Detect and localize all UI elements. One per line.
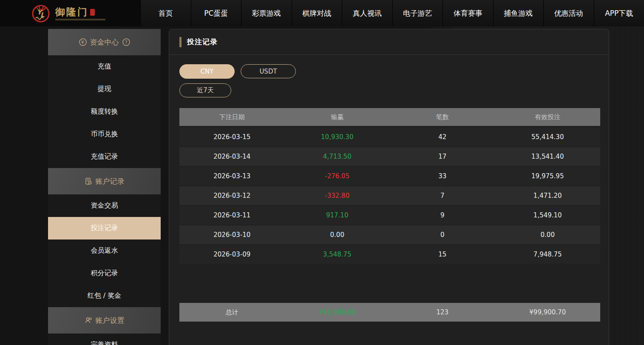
sidebar-header-label: 账户设置 bbox=[96, 316, 125, 325]
main-navigation: 首页 PC蛋蛋 彩票游戏 棋牌对战 真人视讯 电子游艺 体育赛事 捕鱼游戏 优惠… bbox=[140, 0, 644, 26]
winloss-value: -276.05 bbox=[285, 167, 390, 185]
nav-item-board-games[interactable]: 棋牌对战 bbox=[292, 0, 342, 26]
totals-bet-count: 123 bbox=[390, 303, 495, 322]
account-sidebar: ¥ 资金中心 ? 充值 提现 额度转换 币币兑换 充值记录 ¥ 账户记录 资金交… bbox=[48, 29, 161, 345]
logo-red-seal bbox=[90, 9, 95, 16]
valid-bets: 19,975.95 bbox=[495, 167, 601, 185]
sidebar-item-betting-records[interactable]: 投注记录 bbox=[48, 217, 161, 240]
table-body: 2026-03-15 10,930.30 42 55,414.30 2026-0… bbox=[179, 128, 600, 264]
winloss-value: 0.00 bbox=[285, 225, 390, 244]
valid-bets: 1,549.10 bbox=[495, 206, 601, 225]
winloss-value: -332.80 bbox=[285, 186, 390, 205]
winloss-value: 10,930.30 bbox=[285, 128, 390, 146]
valid-bets: 0.00 bbox=[495, 225, 601, 244]
currency-tabs: CNY USDT bbox=[179, 64, 599, 79]
betting-records-panel: 投注记录 CNY USDT 近7天 下注日期 输赢 笔数 有效投注 2026-0… bbox=[169, 29, 609, 345]
valid-bets: 1,471.20 bbox=[495, 186, 601, 205]
valid-bets: 55,414.30 bbox=[495, 128, 601, 146]
bet-count: 7 bbox=[390, 186, 495, 205]
ledger-icon: ¥ bbox=[85, 177, 92, 185]
help-icon[interactable]: ? bbox=[122, 38, 130, 46]
table-row: 2026-03-11 917.10 9 1,549.10 bbox=[179, 206, 600, 225]
sidebar-item-redpacket-bonus[interactable]: 红包 / 奖金 bbox=[48, 285, 161, 307]
bet-date: 2026-03-15 bbox=[179, 128, 285, 146]
nav-item-electronic-games[interactable]: 电子游艺 bbox=[392, 0, 443, 26]
sidebar-header-account-settings[interactable]: 账户设置 bbox=[48, 307, 161, 334]
totals-winloss-value: ¥19,500.80 bbox=[285, 303, 390, 322]
column-header-bet-date: 下注日期 bbox=[179, 108, 285, 126]
svg-text:¥: ¥ bbox=[81, 40, 84, 45]
bet-count: 9 bbox=[390, 206, 495, 225]
sidebar-header-label: 账户记录 bbox=[96, 177, 125, 186]
winloss-value: 917.10 bbox=[285, 206, 390, 225]
table-totals-row: 总计 ¥19,500.80 123 ¥99,900.70 bbox=[179, 303, 600, 322]
nav-item-pc-egg[interactable]: PC蛋蛋 bbox=[191, 0, 241, 26]
bet-count: 15 bbox=[390, 245, 495, 264]
table-row: 2026-03-13 -276.05 33 19,975.95 bbox=[179, 167, 600, 185]
table-row: 2026-03-15 10,930.30 42 55,414.30 bbox=[179, 128, 600, 146]
yen-circle-icon: ¥ bbox=[79, 38, 87, 46]
column-header-valid-bets: 有效投注 bbox=[495, 108, 601, 126]
bet-count: 33 bbox=[390, 167, 495, 185]
top-navbar: Y L 御隆门 首页 PC蛋蛋 彩票游戏 棋牌对战 真人视讯 电子游艺 体育赛事… bbox=[0, 0, 644, 26]
sidebar-item-deposit[interactable]: 充值 bbox=[48, 55, 161, 78]
bet-date: 2026-03-14 bbox=[179, 147, 285, 166]
sidebar-item-points-records[interactable]: 积分记录 bbox=[48, 262, 161, 285]
logo-dragon-emblem-icon: Y L bbox=[31, 3, 51, 23]
table-header-row: 下注日期 输赢 笔数 有效投注 bbox=[179, 108, 600, 126]
title-accent-bar bbox=[179, 37, 182, 47]
person-gear-icon bbox=[85, 316, 92, 324]
bet-count: 0 bbox=[390, 225, 495, 244]
bet-date: 2026-03-10 bbox=[179, 225, 285, 244]
sidebar-item-withdraw[interactable]: 提现 bbox=[48, 78, 161, 100]
bet-count: 17 bbox=[390, 147, 495, 166]
nav-item-home[interactable]: 首页 bbox=[140, 0, 191, 26]
nav-item-live-casino[interactable]: 真人视讯 bbox=[342, 0, 392, 26]
currency-tab-cny[interactable]: CNY bbox=[179, 64, 235, 79]
nav-item-promotions[interactable]: 优惠活动 bbox=[543, 0, 594, 26]
sidebar-item-coin-exchange[interactable]: 币币兑换 bbox=[48, 123, 161, 145]
totals-label: 总计 bbox=[179, 303, 285, 322]
sidebar-item-complete-profile[interactable]: 完善资料 bbox=[48, 334, 161, 345]
winloss-value: 3,548.75 bbox=[285, 245, 390, 264]
bet-date: 2026-03-09 bbox=[179, 245, 285, 264]
nav-item-fishing-games[interactable]: 捕鱼游戏 bbox=[493, 0, 544, 26]
betting-records-table: 下注日期 输赢 笔数 有效投注 2026-03-15 10,930.30 42 … bbox=[179, 108, 600, 322]
sidebar-header-funds-center[interactable]: ¥ 资金中心 ? bbox=[48, 29, 161, 55]
table-row: 2026-03-09 3,548.75 15 7,948.75 bbox=[179, 245, 600, 264]
page-title: 投注记录 bbox=[187, 37, 218, 47]
valid-bets: 7,948.75 bbox=[495, 245, 601, 264]
bet-date: 2026-03-11 bbox=[179, 206, 285, 225]
range-filter-last7days[interactable]: 近7天 bbox=[179, 83, 231, 97]
nav-item-lottery-games[interactable]: 彩票游戏 bbox=[241, 0, 292, 26]
sidebar-item-member-rebate[interactable]: 会员返水 bbox=[48, 240, 161, 262]
bet-date: 2026-03-13 bbox=[179, 167, 285, 185]
table-row: 2026-03-14 4,713.50 17 13,541.40 bbox=[179, 147, 600, 166]
table-row: 2026-03-12 -332.80 7 1,471.20 bbox=[179, 186, 600, 205]
valid-bets: 13,541.40 bbox=[495, 147, 601, 166]
nav-item-sports[interactable]: 体育赛事 bbox=[443, 0, 493, 26]
date-range-filters: 近7天 bbox=[179, 83, 599, 97]
column-header-bet-count: 笔数 bbox=[390, 108, 495, 126]
sidebar-header-account-records[interactable]: ¥ 账户记录 bbox=[48, 168, 161, 194]
svg-text:?: ? bbox=[125, 40, 128, 45]
table-row: 2026-03-10 0.00 0 0.00 bbox=[179, 225, 600, 244]
bet-date: 2026-03-12 bbox=[179, 186, 285, 205]
sidebar-header-label: 资金中心 bbox=[90, 37, 119, 47]
logo-subtext bbox=[55, 19, 105, 20]
site-logo[interactable]: Y L 御隆门 bbox=[31, 3, 105, 23]
winloss-value: 4,713.50 bbox=[285, 147, 390, 166]
bet-count: 42 bbox=[390, 128, 495, 146]
panel-titlebar: 投注记录 bbox=[169, 29, 609, 55]
logo-wordmark: 御隆门 bbox=[55, 6, 88, 17]
currency-tab-usdt[interactable]: USDT bbox=[241, 64, 296, 78]
nav-item-app-download[interactable]: APP下载 bbox=[594, 0, 644, 26]
sidebar-item-fund-transactions[interactable]: 资金交易 bbox=[48, 194, 161, 217]
totals-valid-bets: ¥99,900.70 bbox=[495, 303, 601, 322]
column-header-winloss: 输赢 bbox=[285, 108, 390, 126]
sidebar-item-quota-transfer[interactable]: 额度转换 bbox=[48, 100, 161, 123]
svg-text:¥: ¥ bbox=[89, 182, 91, 184]
sidebar-item-deposit-records[interactable]: 充值记录 bbox=[48, 145, 161, 168]
